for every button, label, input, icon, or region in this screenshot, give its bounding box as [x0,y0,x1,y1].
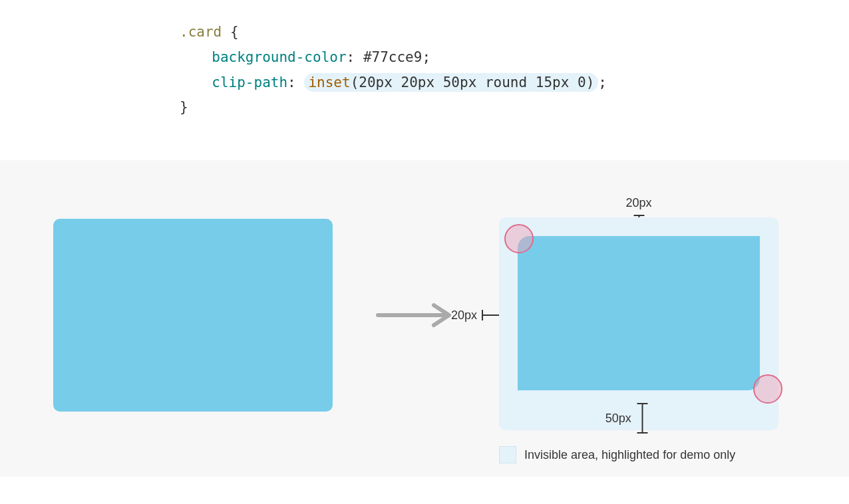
token-prop-clippath: clip-path [212,74,287,90]
highlighted-value: inset(20px 20px 50px round 15px 0) [304,73,598,92]
dimension-left: 20px [451,308,501,322]
code-line-close: } [180,95,849,120]
dimension-left-text: 20px [451,309,477,322]
arrow-icon [373,299,459,332]
dimension-bottom-text: 50px [605,412,631,426]
corner-marker-bottom-right [753,374,782,404]
token-colon: : [287,74,296,90]
card-after-wrapper: 20px 20px 50px [499,200,778,430]
token-selector: .card [180,24,222,40]
dimension-top-text: 20px [625,196,651,210]
legend: Invisible area, highlighted for demo onl… [499,446,735,463]
token-semicolon: ; [422,49,430,65]
card-after-inner [518,236,760,390]
card-before [53,219,333,412]
token-fn-name: inset [308,74,350,90]
card-after-outer: 50px [499,217,778,430]
token-close-brace: } [180,99,188,115]
legend-text: Invisible area, highlighted for demo onl… [524,448,735,462]
demo-area: 20px 20px 50px [0,160,849,477]
code-line-selector: .card { [180,20,849,45]
token-open-brace: { [230,24,239,40]
token-hex-value: #77cce9 [363,49,423,65]
token-fn-args: (20px 20px 50px round 15px 0) [351,74,595,90]
token-prop-bgcolor: background-color [212,49,346,65]
code-block: .card { background-color: #77cce9; clip-… [0,0,849,160]
code-line-clippath: clip-path: inset(20px 20px 50px round 15… [180,70,849,96]
dimension-bottom: 50px [605,402,650,434]
token-semicolon: ; [598,74,607,90]
corner-marker-top-left [504,224,534,253]
code-line-bgcolor: background-color: #77cce9; [180,45,849,70]
token-colon: : [347,49,355,65]
legend-swatch [499,446,516,463]
bracket-horizontal-icon [481,308,501,322]
bracket-vertical-large-icon [635,402,650,434]
